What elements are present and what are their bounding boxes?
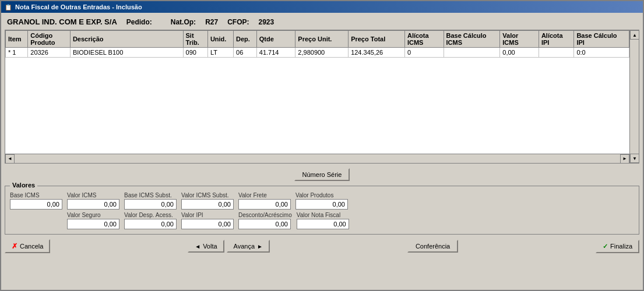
- conferencia-button[interactable]: Conferência: [407, 240, 458, 253]
- numero-serie-button[interactable]: Número Série: [294, 168, 350, 181]
- valor-produtos-label: Valor Produtos: [295, 192, 348, 198]
- nat-op-label: Nat.Op:: [171, 18, 196, 26]
- volta-button[interactable]: ◄ Volta: [188, 240, 224, 253]
- avanca-arrow-icon: ►: [257, 243, 263, 250]
- valores-section: Valores Base ICMS Valor ICMS Base ICMS S…: [5, 186, 639, 235]
- table-scroll[interactable]: Item CódigoProduto Descrição SitTrib. Un…: [5, 30, 639, 163]
- valor-seguro-input[interactable]: [67, 219, 119, 229]
- volta-label: Volta: [203, 243, 217, 250]
- valor-ipi-field: Valor IPI: [181, 212, 234, 229]
- valor-ipi-input[interactable]: [181, 219, 234, 229]
- finaliza-check-icon: ✓: [603, 243, 608, 250]
- items-table-container: Item CódigoProduto Descrição SitTrib. Un…: [5, 30, 639, 164]
- avanca-label: Avança: [234, 243, 255, 250]
- company-name: GRANOL IND. COM E EXP. S/A: [7, 17, 117, 26]
- desconto-acrescimo-input[interactable]: [238, 219, 291, 229]
- scroll-left-button[interactable]: ◄: [5, 154, 15, 164]
- valor-desp-acess-field: Valor Desp. Acess.: [124, 212, 177, 229]
- cell-cod-produto: 20326: [28, 48, 71, 58]
- table-row[interactable]: * 1 20326 BIODIESEL B100 090 LT 06 41.71…: [6, 48, 629, 58]
- col-qtde: Qtde: [256, 31, 295, 48]
- cancela-button[interactable]: ✗ Cancela: [5, 239, 50, 253]
- valor-produtos-input[interactable]: [295, 199, 348, 210]
- numero-serie-row: Número Série: [5, 166, 639, 183]
- items-table: Item CódigoProduto Descrição SitTrib. Un…: [5, 30, 629, 58]
- valor-desp-acess-input[interactable]: [124, 219, 177, 229]
- cfop-value: 2923: [258, 18, 274, 26]
- avanca-button[interactable]: Avança ►: [227, 240, 270, 253]
- valor-icms-subst-input[interactable]: [181, 199, 234, 210]
- col-dep: Dep.: [234, 31, 257, 48]
- valor-nota-fiscal-input[interactable]: [297, 219, 349, 229]
- valor-icms-input[interactable]: [67, 199, 119, 210]
- footer-buttons: ✗ Cancela ◄ Volta Avança ► Conferência ✓…: [5, 237, 639, 253]
- valor-icms-label: Valor ICMS: [67, 192, 119, 198]
- col-preco-unit: Preço Unit.: [295, 31, 349, 48]
- valor-frete-field: Valor Frete: [238, 192, 291, 210]
- scroll-up-button[interactable]: ▲: [630, 30, 639, 40]
- base-icms-label: Base ICMS: [10, 192, 62, 198]
- cell-dep: 06: [234, 48, 257, 58]
- pedido-label: Pedido:: [126, 18, 152, 26]
- col-cod-produto: CódigoProduto: [28, 31, 71, 48]
- cell-marker: * 1: [6, 48, 28, 58]
- horizontal-scrollbar[interactable]: ◄ ►: [5, 154, 629, 163]
- col-item: Item: [6, 31, 28, 48]
- valor-icms-subst-field: Valor ICMS Subst.: [181, 192, 234, 210]
- cell-aliq-ipi: [539, 48, 574, 58]
- base-icms-input[interactable]: [10, 199, 62, 210]
- base-icms-subst-field: Base ICMS Subst.: [124, 192, 177, 210]
- nat-op-value: R27: [205, 18, 218, 26]
- col-unid: Unid.: [207, 31, 233, 48]
- valor-produtos-field: Valor Produtos: [295, 192, 348, 210]
- col-valor-icms: ValorICMS: [500, 31, 539, 48]
- desconto-acrescimo-field: Desconto/Acréscimo: [238, 212, 292, 229]
- valor-icms-subst-label: Valor ICMS Subst.: [181, 192, 234, 198]
- vertical-scrollbar[interactable]: ▲ ▼: [629, 30, 639, 163]
- base-icms-subst-label: Base ICMS Subst.: [124, 192, 177, 198]
- col-base-calc-icms: Base CálculoICMS: [444, 31, 500, 48]
- col-preco-total: Preço Total: [349, 31, 405, 48]
- cell-sit-trib: 090: [183, 48, 207, 58]
- title-bar: 📋 Nota Fiscal de Outras Entradas - Inclu…: [1, 1, 643, 13]
- valor-seguro-field: Valor Seguro: [67, 212, 119, 229]
- col-base-calc-ipi: Base CálculoIPI: [574, 31, 629, 48]
- scroll-track-h: [15, 154, 620, 163]
- valor-icms-field: Valor ICMS: [67, 192, 119, 210]
- header-row: GRANOL IND. COM E EXP. S/A Pedido: Nat.O…: [5, 16, 639, 27]
- finaliza-button[interactable]: ✓ Finaliza: [596, 240, 639, 253]
- cell-descricao: BIODIESEL B100: [70, 48, 183, 58]
- cancela-label: Cancela: [20, 243, 43, 250]
- cell-aliq-icms: 0: [404, 48, 444, 58]
- cancel-icon: ✗: [12, 242, 17, 250]
- valor-ipi-label: Valor IPI: [181, 212, 234, 218]
- footer-center-buttons: ◄ Volta Avança ►: [188, 240, 270, 253]
- valores-row-2: Valor Seguro Valor Desp. Acess. Valor IP…: [10, 212, 634, 229]
- cell-preco-total: 124.345,26: [349, 48, 405, 58]
- base-icms-subst-input[interactable]: [124, 199, 177, 210]
- cell-base-calc-ipi: 0:0: [574, 48, 629, 58]
- window-icon: 📋: [5, 4, 12, 10]
- col-aliq-icms: AlícotaICMS: [404, 31, 444, 48]
- valores-grid: Base ICMS Valor ICMS Base ICMS Subst. Va…: [10, 192, 634, 229]
- valor-seguro-label: Valor Seguro: [67, 212, 119, 218]
- finaliza-label: Finaliza: [610, 243, 632, 250]
- cell-preco-unit: 2,980900: [295, 48, 349, 58]
- volta-arrow-icon: ◄: [195, 243, 200, 250]
- col-sit-trib: SitTrib.: [183, 31, 207, 48]
- desconto-acrescimo-label: Desconto/Acréscimo: [238, 212, 292, 218]
- scroll-down-button[interactable]: ▼: [630, 154, 639, 163]
- main-window: 📋 Nota Fiscal de Outras Entradas - Inclu…: [0, 0, 644, 291]
- col-descricao: Descrição: [70, 31, 183, 48]
- cell-unid: LT: [207, 48, 233, 58]
- valor-frete-input[interactable]: [238, 199, 291, 210]
- content-area: GRANOL IND. COM E EXP. S/A Pedido: Nat.O…: [1, 13, 643, 290]
- col-aliq-ipi: AlícotaIPI: [539, 31, 574, 48]
- window-title: Nota Fiscal de Outras Entradas - Inclusã…: [15, 3, 142, 10]
- cfop-label: CFOP:: [227, 18, 249, 26]
- valores-legend: Valores: [10, 182, 37, 189]
- valor-frete-label: Valor Frete: [238, 192, 291, 198]
- scroll-right-button[interactable]: ►: [620, 154, 629, 164]
- valor-desp-acess-label: Valor Desp. Acess.: [124, 212, 177, 218]
- valor-nota-fiscal-field: Valor Nota Fiscal: [297, 212, 349, 229]
